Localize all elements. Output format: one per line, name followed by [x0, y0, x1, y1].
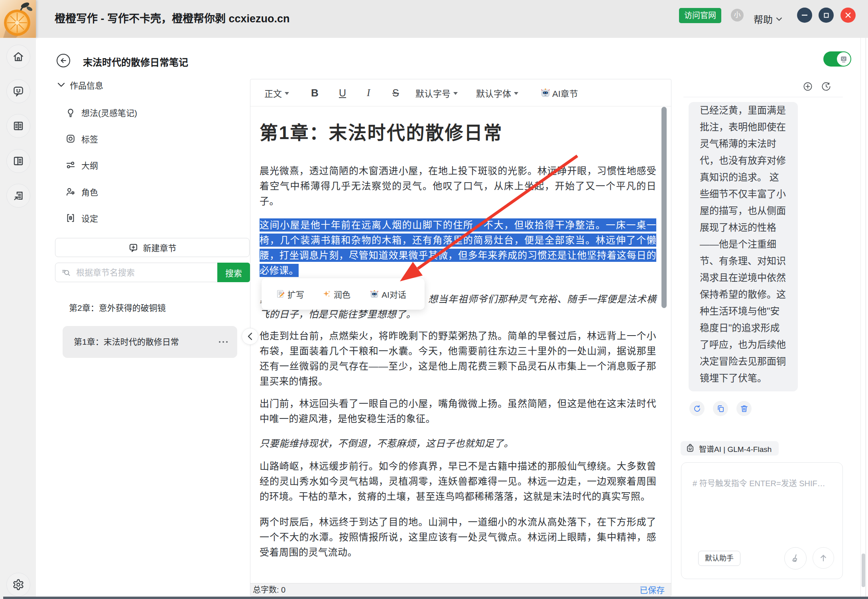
assistant-selector-chip[interactable]: 默认助手 [698, 551, 740, 566]
add-conversation-button[interactable] [803, 82, 812, 91]
chapter-item[interactable]: 第2章：意外获得的破铜镜 [69, 301, 166, 313]
caret-down-icon [285, 92, 289, 95]
ai-chat-label: AI对话 [382, 288, 406, 300]
regenerate-button[interactable] [689, 401, 705, 416]
ai-chat-button[interactable]: AI对话 [370, 278, 406, 310]
panel-collapse-handle[interactable] [242, 328, 258, 345]
model-badge[interactable]: 智谱AI | GLM-4-Flash [681, 441, 779, 456]
settings-button[interactable] [6, 573, 30, 597]
ai-response-text: 已经泛黄，里面满是批注，表明他即使在灵气稀薄的末法时代，也没有放弃对修真知识的追… [700, 102, 787, 387]
sidebar-item-characters[interactable]: 角色 [65, 186, 193, 198]
expand-writing-label: 扩写 [287, 288, 304, 300]
italic-button[interactable]: I [367, 79, 370, 106]
font-size-label: 默认字号 [415, 86, 451, 99]
copy-button[interactable] [713, 401, 728, 416]
font-family-dropdown[interactable]: 默认字体 [476, 79, 518, 106]
arrow-left-icon [59, 57, 67, 65]
robot-icon [370, 289, 379, 299]
bold-button[interactable]: B [311, 79, 319, 106]
book-layout-icon [12, 155, 24, 167]
window-bottom-edge [3, 597, 868, 599]
sidebar-item-settings[interactable]: 设定 [65, 212, 193, 224]
chapter-search-input[interactable] [55, 263, 230, 282]
maximize-button[interactable] [819, 8, 834, 23]
chapter-item-selected[interactable]: 第1章：末法时代的散修日常 [63, 326, 237, 358]
user-avatar[interactable]: 小 [731, 9, 744, 22]
page-export-icon [12, 190, 24, 202]
robot-icon [540, 88, 551, 98]
delete-button[interactable] [736, 401, 752, 416]
sidebar-item-label: 想法(灵感笔记) [81, 106, 137, 118]
font-size-dropdown[interactable]: 默认字号 [415, 79, 458, 106]
paragraph-italic: 只要能维持现状，不倒退，不惹麻烦，这日子也就知足了。 [260, 436, 656, 451]
broom-icon [790, 553, 801, 564]
ai-assistant-toggle[interactable] [823, 51, 851, 67]
nav-chat-button[interactable] [6, 79, 30, 103]
sidebar-item-ideas[interactable]: 想法(灵感笔记) [65, 106, 193, 118]
ai-chapter-button[interactable]: AI章节 [540, 79, 578, 106]
polish-button[interactable]: 润色 [322, 278, 350, 310]
sidebar-item-label: 设定 [81, 212, 98, 224]
ai-chapter-label: AI章节 [552, 86, 578, 99]
sidebar-item-tags[interactable]: 标签 [65, 133, 193, 145]
expand-writing-button[interactable]: 扩写 [276, 278, 304, 310]
paragraph: 两个时辰后，林远终于到达了目的地。山涧中，一道细小的水流从高处落下，在下方形成了… [260, 515, 656, 560]
new-chapter-label: 新建章节 [143, 242, 177, 253]
window-scrollbar-track [860, 38, 861, 599]
paragraph: 晨光微熹，透过简陋的木窗洒进小屋，在地上投下斑驳的光影。林远睁开眼，习惯性地感受… [260, 163, 656, 209]
close-icon [845, 12, 851, 18]
tag-icon [65, 134, 76, 144]
sidebar-item-outline[interactable]: 大纲 [65, 159, 193, 171]
copy-icon [716, 405, 725, 413]
clear-context-button[interactable] [784, 547, 807, 570]
app-logo [0, 0, 36, 38]
editor-footer: 总字数: 0 已保存 [250, 583, 671, 596]
send-button[interactable] [813, 547, 834, 569]
right-panel-divider [683, 97, 843, 97]
minimize-button[interactable] [797, 8, 812, 23]
paragraph: 山路崎岖，林远缓步前行。如今的修真界，早已不是古籍中描述的那般仙气缭绕。大多数曾… [260, 459, 656, 504]
editor-scrollbar-thumb[interactable] [661, 107, 667, 308]
editor-content[interactable]: 第1章：末法时代的散修日常 晨光微熹，透过简陋的木窗洒进小屋，在地上投下斑驳的光… [260, 106, 656, 560]
app-title: 橙橙写作 - 写作不卡壳，橙橙帮你剥 ccxiezuo.cn [55, 0, 290, 38]
search-button[interactable]: 搜索 [217, 263, 250, 282]
polish-label: 润色 [334, 288, 350, 300]
book-open-text-icon [12, 120, 24, 132]
chat-input-card[interactable]: # 符号触发指令 ENTER=发送 SHIF… 默认助手 [681, 462, 843, 579]
close-button[interactable] [840, 8, 856, 23]
help-menu[interactable]: 帮助 [754, 0, 782, 38]
new-chapter-button[interactable]: 新建章节 [55, 238, 250, 257]
model-robot-icon [685, 444, 695, 453]
nav-reader-button[interactable] [6, 149, 30, 173]
titlebar: 橙橙写作 - 写作不卡壳，橙橙帮你剥 ccxiezuo.cn 访问官网 小 帮助 [0, 0, 868, 38]
left-rail [0, 38, 36, 599]
nav-library-button[interactable] [6, 114, 30, 138]
saved-status[interactable]: 已保存 [640, 583, 665, 597]
help-label: 帮助 [754, 12, 773, 26]
maximize-icon [824, 13, 829, 18]
setting-brackets-icon [65, 213, 76, 223]
history-button[interactable] [822, 82, 831, 91]
window-scrollbar-thumb[interactable] [862, 554, 865, 587]
paragraph: 出门前，林远回头看了一眼自己的小屋，嘴角微微上扬。虽然简陋，但这是他在这末法时代… [260, 396, 656, 426]
trash-icon [740, 405, 748, 413]
paragraph-style-dropdown[interactable]: 正文 [264, 79, 289, 106]
chapter-item-label: 第1章：末法时代的散修日常 [74, 326, 179, 358]
nav-home-button[interactable] [6, 45, 30, 69]
chapter-search: 搜索 [55, 263, 250, 282]
visit-website-button[interactable]: 访问官网 [679, 8, 721, 23]
history-clock-icon [822, 82, 831, 91]
message-smile-icon [12, 85, 24, 97]
refresh-icon [693, 405, 701, 413]
outline-icon [65, 160, 76, 170]
selected-text: 这间小屋是他十年前在远离人烟的山脚下的住所，不大，但收拾得干净整洁。一床一桌一椅… [260, 218, 656, 277]
nav-export-button[interactable] [6, 184, 30, 208]
gear-icon [12, 579, 24, 591]
strikethrough-button[interactable]: S [392, 79, 399, 106]
section-work-info[interactable]: 作品信息 [57, 79, 103, 91]
sidebar-item-label: 标签 [81, 133, 98, 145]
caret-down-icon [453, 92, 458, 95]
underline-button[interactable]: U [339, 79, 346, 106]
back-button[interactable] [57, 54, 70, 67]
more-options-icon[interactable] [217, 337, 229, 347]
